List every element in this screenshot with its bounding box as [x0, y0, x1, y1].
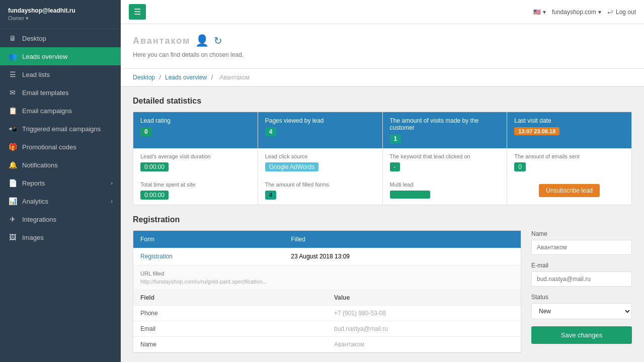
two-col-layout: Form Filled Registration 23 August 2018 …	[133, 230, 632, 353]
stat-filled-forms: The amount of filled forms 4	[258, 176, 383, 205]
name-field-label: Name	[531, 230, 632, 237]
lead-subtitle: Here you can find details on chosen lead…	[133, 51, 632, 58]
sidebar-item-reports[interactable]: 📄 Reports ›	[0, 174, 121, 192]
logout-button[interactable]: ⮐ Log out	[607, 9, 636, 16]
user-email: fundayshop@leadhit.ru	[8, 7, 113, 14]
triggered-email-icon: 📲	[8, 125, 17, 133]
chevron-icon: ›	[111, 180, 113, 186]
menu-button[interactable]: ☰	[129, 4, 146, 20]
reg-form-link[interactable]: Registration	[140, 253, 173, 260]
sidebar-label-analytics: Analytics	[22, 198, 106, 205]
registration-section-title: Registration	[133, 215, 632, 224]
leads-overview-icon: 👥	[8, 52, 17, 60]
stat-emails-sent-label: The amount of emails sent	[514, 153, 624, 159]
sidebar-item-analytics[interactable]: 📊 Analytics ›	[0, 192, 121, 210]
lead-header-top: Авантаком 👤 ↻	[133, 34, 632, 47]
flag-chevron: ▾	[543, 9, 546, 16]
sidebar-item-leads-overview[interactable]: 👥 Leads overview	[0, 47, 121, 65]
stat-multi-lead: Multi lead	[383, 176, 508, 205]
email-input[interactable]	[531, 272, 632, 287]
stats-grid: Lead rating 0 Pages viewed by lead 4 The…	[133, 112, 632, 205]
stats-section-title: Detailed statistics	[133, 97, 632, 106]
sidebar-item-email-templates[interactable]: ✉ Email templates	[0, 83, 121, 102]
sidebar-item-email-campaigns[interactable]: 📋 Email campaigns	[0, 102, 121, 120]
sidebar-label-triggered-email: Triggered email campaigns	[22, 125, 113, 133]
content-area: Авантаком 👤 ↻ Here you can find details …	[121, 24, 644, 362]
name-input[interactable]	[531, 240, 632, 255]
stat-filled-forms-label: The amount of filled forms	[265, 182, 375, 188]
flag-icon: 🇺🇸	[533, 9, 541, 16]
sidebar-label-integrations: Integrations	[22, 216, 113, 223]
field-header: Field Value	[133, 290, 521, 306]
field-header-value: Value	[327, 290, 521, 305]
stat-pages-value: 4	[265, 127, 277, 136]
field-row-phone: Phone +7 (901) 980-53-08	[133, 306, 521, 321]
sidebar-label-email-templates: Email templates	[22, 89, 113, 97]
stat-avg-duration-label: Lead's average visit duration	[140, 153, 251, 159]
stat-keyword-label: The keyword that lead clicked on	[390, 153, 500, 159]
stat-unsubscribe-cell: Unsubscribe lead	[507, 176, 631, 205]
reg-table-header-row: Form Filled	[133, 231, 521, 248]
sidebar-item-promotional-codes[interactable]: 🎁 Promotional codes	[0, 138, 121, 156]
reports-icon: 📄	[8, 179, 17, 187]
sidebar-nav: 🖥 Desktop 👥 Leads overview ☰ Lead lists …	[0, 29, 121, 362]
images-icon: 🖼	[8, 233, 17, 241]
topbar: ☰ 🇺🇸 ▾ fundayshop.com ▾ ⮐ Log out	[121, 0, 644, 24]
stat-total-time-label: Total time spent at site	[140, 182, 251, 188]
stat-multi-lead-bar	[390, 191, 430, 199]
stat-multi-lead-label: Multi lead	[390, 182, 500, 188]
breadcrumb-sep1: /	[159, 74, 160, 81]
status-field-group: Status NewContactedQualifiedLost	[531, 294, 632, 319]
refresh-icon[interactable]: ↻	[214, 35, 222, 47]
stat-visits-header: The amount of visits made by the custome…	[383, 112, 508, 148]
email-field-group: E-mail	[531, 262, 632, 287]
status-select[interactable]: NewContactedQualifiedLost	[531, 303, 632, 319]
field-row-email: Email bud.nastya@mail.ru	[133, 321, 521, 337]
sidebar-label-lead-lists: Lead lists	[22, 71, 113, 78]
chevron-icon: ›	[111, 198, 113, 204]
sidebar-label-desktop: Desktop	[22, 35, 113, 42]
sidebar-item-lead-lists[interactable]: ☰ Lead lists	[0, 65, 121, 83]
field-phone-label: Phone	[133, 306, 327, 321]
stat-avg-duration: Lead's average visit duration 0:00:00	[133, 148, 258, 176]
right-panel: Name E-mail Status NewContactedQualified…	[531, 230, 632, 344]
language-selector[interactable]: 🇺🇸 ▾	[533, 9, 546, 16]
sidebar-label-email-campaigns: Email campaigns	[22, 107, 113, 115]
email-templates-icon: ✉	[8, 88, 17, 97]
stat-keyword: The keyword that lead clicked on -	[383, 148, 508, 176]
sidebar-item-images[interactable]: 🖼 Images	[0, 228, 121, 246]
integrations-icon: ✈	[8, 215, 17, 223]
sidebar-item-notifications[interactable]: 🔔 Notifications	[0, 156, 121, 174]
stat-avg-duration-value: 0:00:00	[140, 162, 169, 171]
stat-visits-label: The amount of visits made by the custome…	[390, 117, 500, 131]
unsubscribe-button[interactable]: Unsubscribe lead	[539, 184, 600, 197]
sidebar-label-leads-overview: Leads overview	[22, 53, 113, 60]
url-value: http://fundayshop.com/u/ru/gold-pant.spe…	[140, 279, 514, 285]
reg-header-filled: Filled	[284, 231, 521, 248]
save-changes-button[interactable]: Save changes	[531, 326, 632, 344]
reg-filled-cell: 23 August 2018 13:09	[284, 248, 521, 265]
domain-label: fundayshop.com	[552, 9, 596, 16]
stat-total-time-value: 0:00:00	[140, 191, 169, 200]
stat-click-source-value: Google AdWords	[265, 162, 319, 171]
topbar-right: 🇺🇸 ▾ fundayshop.com ▾ ⮐ Log out	[533, 9, 636, 16]
promotional-codes-icon: 🎁	[8, 143, 17, 151]
reg-header-form: Form	[133, 231, 284, 248]
lead-lists-icon: ☰	[8, 70, 17, 78]
breadcrumb-leads-overview[interactable]: Leads overview	[165, 74, 207, 81]
logout-icon: ⮐	[607, 9, 613, 16]
stat-keyword-value: -	[390, 162, 400, 171]
stat-pages-header: Pages viewed by lead 4	[258, 112, 383, 148]
breadcrumb-desktop[interactable]: Desktop	[133, 74, 155, 81]
sidebar-item-desktop[interactable]: 🖥 Desktop	[0, 29, 121, 47]
sidebar-item-triggered-email[interactable]: 📲 Triggered email campaigns	[0, 120, 121, 138]
stat-filled-forms-value: 4	[265, 191, 277, 200]
sidebar-item-integrations[interactable]: ✈ Integrations	[0, 210, 121, 228]
registration-table: Form Filled Registration 23 August 2018 …	[133, 231, 521, 265]
sidebar-header: fundayshop@leadhit.ru Owner ▾	[0, 0, 121, 29]
domain-selector[interactable]: fundayshop.com ▾	[552, 9, 601, 16]
sidebar-label-images: Images	[22, 234, 113, 241]
url-section: URL filled http://fundayshop.com/u/ru/go…	[133, 265, 521, 290]
field-row-name: Name Авантаком	[133, 337, 521, 352]
stat-total-time: Total time spent at site 0:00:00	[133, 176, 258, 205]
